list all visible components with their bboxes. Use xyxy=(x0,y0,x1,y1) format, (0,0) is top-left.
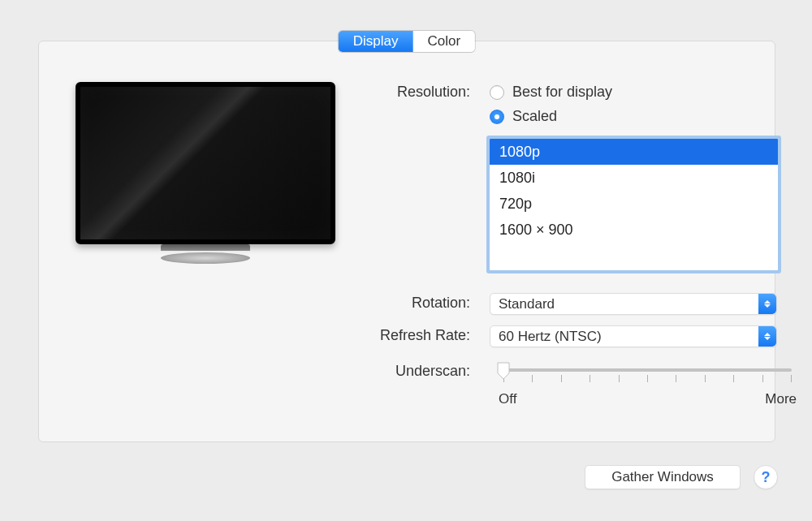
underscan-slider[interactable]: Off More xyxy=(503,368,792,372)
chevron-up-down-icon xyxy=(758,326,776,347)
underscan-label: Underscan: xyxy=(332,363,470,380)
display-settings-panel: Display Color Resolution: Best for displ… xyxy=(38,41,775,442)
resolution-scaled-radio[interactable]: Scaled xyxy=(490,108,557,125)
monitor-stand-icon xyxy=(161,252,250,264)
refresh-rate-value: 60 Hertz (NTSC) xyxy=(499,329,602,345)
resolution-best-radio[interactable]: Best for display xyxy=(490,84,612,101)
resolution-option-1600x900[interactable]: 1600 × 900 xyxy=(490,217,778,243)
tab-display[interactable]: Display xyxy=(339,31,413,52)
monitor-neck-icon xyxy=(161,244,250,251)
slider-thumb-icon[interactable] xyxy=(497,362,510,380)
tab-segmented-control: Display Color xyxy=(339,31,475,52)
resolution-option-1080i[interactable]: 1080i xyxy=(490,165,778,191)
chevron-up-down-icon xyxy=(758,294,776,314)
slider-track xyxy=(503,368,792,372)
slider-ticks xyxy=(503,375,792,382)
underscan-max-label: More xyxy=(765,391,797,407)
refresh-rate-label: Refresh Rate: xyxy=(332,327,470,344)
resolution-best-label: Best for display xyxy=(512,84,612,101)
radio-icon xyxy=(490,110,504,124)
gather-windows-button[interactable]: Gather Windows xyxy=(585,465,741,489)
monitor-screen-icon xyxy=(76,82,335,244)
resolution-listbox[interactable]: 1080p 1080i 720p 1600 × 900 xyxy=(490,139,778,270)
slider-labels: Off More xyxy=(499,391,797,407)
resolution-option-1080p[interactable]: 1080p xyxy=(490,139,778,165)
help-button[interactable]: ? xyxy=(754,465,778,489)
tab-color[interactable]: Color xyxy=(413,31,476,52)
resolution-scaled-label: Scaled xyxy=(512,108,557,125)
rotation-select[interactable]: Standard xyxy=(490,293,777,315)
display-preview-image xyxy=(76,82,335,293)
help-icon: ? xyxy=(762,469,771,486)
refresh-rate-select[interactable]: 60 Hertz (NTSC) xyxy=(490,325,777,347)
rotation-label: Rotation: xyxy=(332,295,470,312)
underscan-min-label: Off xyxy=(499,391,516,407)
radio-icon xyxy=(490,85,504,100)
resolution-label: Resolution: xyxy=(332,84,470,101)
rotation-value: Standard xyxy=(499,296,555,312)
resolution-option-720p[interactable]: 720p xyxy=(490,191,778,217)
